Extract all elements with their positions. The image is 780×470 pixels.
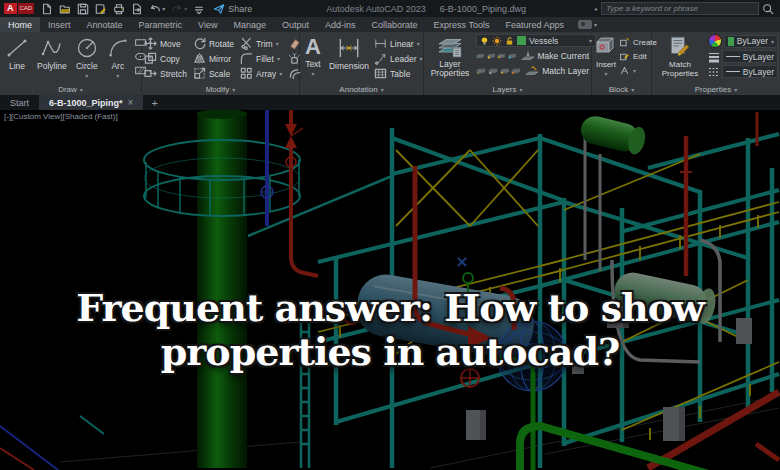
panel-annotation: A Text ▾ Dimension Linear▾ Leader▾ Table…	[300, 32, 424, 95]
redo-button[interactable]: ▾	[168, 1, 190, 16]
insert-block-button[interactable]: Insert ▾	[594, 34, 618, 78]
viewport-controls[interactable]: [-][Custom View][Shaded (Fast)]	[4, 112, 118, 121]
make-current-button[interactable]: Make Current	[521, 49, 590, 62]
tab-output[interactable]: Output	[274, 17, 317, 32]
lineweight-dropdown[interactable]: ByLayer	[722, 50, 778, 63]
layer-walk-icon[interactable]	[488, 65, 498, 77]
object-color-dropdown[interactable]: ByLayer ▾	[724, 35, 778, 48]
array-button[interactable]: Array▾	[240, 67, 282, 80]
ribbon: Line Polyline Circle ▾ Arc ▾ ▾	[0, 32, 780, 95]
new-file-button[interactable]	[38, 1, 56, 16]
ribbon-display-options-button[interactable]: ▾	[572, 17, 603, 32]
plot-button[interactable]	[110, 1, 128, 16]
chevron-down-icon: ▾	[276, 40, 279, 47]
dimension-button[interactable]: Dimension	[326, 34, 372, 72]
scale-icon	[193, 67, 206, 80]
share-button[interactable]: Share	[208, 3, 257, 15]
qat-customize-button[interactable]	[190, 1, 208, 16]
layer-dropdown[interactable]: Vessels ▾	[476, 34, 596, 47]
open-file-button[interactable]	[56, 1, 74, 16]
tab-annotate[interactable]: Annotate	[79, 17, 131, 32]
create-block-icon	[619, 37, 630, 48]
scale-button[interactable]: Scale	[193, 67, 234, 80]
rotate-button[interactable]: Rotate	[193, 37, 234, 50]
tab-view[interactable]: View	[190, 17, 225, 32]
match-layer-icon	[525, 65, 539, 77]
leader-icon	[374, 52, 387, 65]
tab-insert[interactable]: Insert	[40, 17, 79, 32]
tab-home[interactable]: Home	[0, 17, 40, 32]
panel-draw: Line Polyline Circle ▾ Arc ▾ ▾	[0, 32, 142, 95]
save-button[interactable]	[74, 1, 92, 16]
panel-label-modify[interactable]: Modify▾	[142, 83, 299, 95]
layer-lock-icon[interactable]	[497, 50, 506, 62]
panel-properties: Match Properties ByLayer ▾ ByLayer	[652, 32, 780, 95]
lineweight-icon	[708, 51, 720, 63]
layer-isolate-icon[interactable]	[476, 50, 485, 62]
drawing-viewport[interactable]: [-][Custom View][Shaded (Fast)] Frequent…	[0, 110, 780, 470]
stretch-button[interactable]: Stretch	[144, 67, 187, 80]
search-icon[interactable]	[762, 3, 774, 15]
mirror-icon	[193, 52, 206, 65]
panel-label-draw[interactable]: Draw▾	[0, 83, 141, 95]
table-button[interactable]: Table	[374, 67, 422, 80]
save-icon	[77, 3, 89, 15]
copy-icon	[144, 52, 157, 65]
close-icon[interactable]: ×	[128, 97, 134, 108]
file-tab-drawing[interactable]: 6-B-1000_Piping* ×	[39, 95, 143, 110]
layer-properties-button[interactable]: Layer Properties	[426, 34, 474, 79]
circle-button[interactable]: Circle ▾	[72, 34, 102, 80]
save-as-button[interactable]	[92, 1, 110, 16]
chevron-down-icon: ▾	[85, 72, 88, 79]
layer-freeze-icon[interactable]	[487, 50, 496, 62]
linear-dimension-button[interactable]: Linear▾	[374, 37, 422, 50]
make-current-icon	[521, 50, 535, 62]
leader-button[interactable]: Leader▾	[374, 52, 422, 65]
export-button[interactable]	[128, 1, 146, 16]
undo-button[interactable]: ▾	[146, 1, 168, 16]
chevron-down-icon: ▾	[734, 86, 737, 93]
tab-manage[interactable]: Manage	[225, 17, 274, 32]
match-properties-button[interactable]: Match Properties	[654, 34, 706, 79]
trim-button[interactable]: Trim▾	[240, 37, 282, 50]
search-input[interactable]	[601, 2, 759, 15]
fillet-icon	[240, 52, 253, 65]
move-button[interactable]: Move	[144, 37, 187, 50]
layer-vpfreeze-icon[interactable]	[500, 65, 510, 77]
application-menu-button[interactable]: A CAD	[4, 3, 34, 14]
plot-icon	[113, 3, 125, 15]
text-button[interactable]: A Text ▾	[302, 34, 324, 78]
document-name: 6-B-1000_Piping.dwg	[440, 4, 526, 14]
file-tab-start[interactable]: Start	[0, 95, 39, 110]
panel-label-annotation[interactable]: Annotation▾	[300, 83, 423, 95]
text-icon: A	[305, 35, 321, 59]
tab-featured-apps[interactable]: Featured Apps	[497, 17, 572, 32]
tab-collaborate[interactable]: Collaborate	[364, 17, 426, 32]
tab-express-tools[interactable]: Express Tools	[426, 17, 498, 32]
polyline-button[interactable]: Polyline	[34, 34, 70, 72]
arc-button[interactable]: Arc ▾	[104, 34, 132, 80]
match-layer-button[interactable]: Match Layer	[525, 64, 589, 77]
chevron-down-icon: ▾	[277, 55, 280, 62]
edit-block-icon	[619, 51, 630, 62]
fillet-button[interactable]: Fillet▾	[240, 52, 282, 65]
panel-label-properties[interactable]: Properties▾	[652, 83, 780, 95]
object-color-value: ByLayer	[737, 36, 768, 46]
layer-off-icon[interactable]	[508, 50, 517, 62]
tab-parametric[interactable]: Parametric	[131, 17, 191, 32]
polyline-icon	[40, 35, 64, 61]
mirror-button[interactable]: Mirror	[193, 52, 234, 65]
copy-button[interactable]: Copy	[144, 52, 187, 65]
rotate-icon	[193, 37, 206, 50]
panel-label-layers[interactable]: Layers▾	[424, 83, 591, 95]
layer-unlock-all-icon[interactable]	[511, 65, 521, 77]
new-drawing-tab-button[interactable]: +	[143, 95, 165, 110]
tab-add-ins[interactable]: Add-ins	[317, 17, 364, 32]
linetype-dropdown[interactable]: ByLayer	[722, 65, 778, 78]
linetype-icon	[708, 66, 720, 78]
layer-undo-icon[interactable]	[476, 65, 486, 77]
line-button[interactable]: Line	[2, 34, 32, 72]
linear-icon	[374, 37, 387, 50]
chevron-down-icon: ▾	[631, 86, 634, 93]
panel-label-block[interactable]: Block▾	[592, 83, 651, 95]
